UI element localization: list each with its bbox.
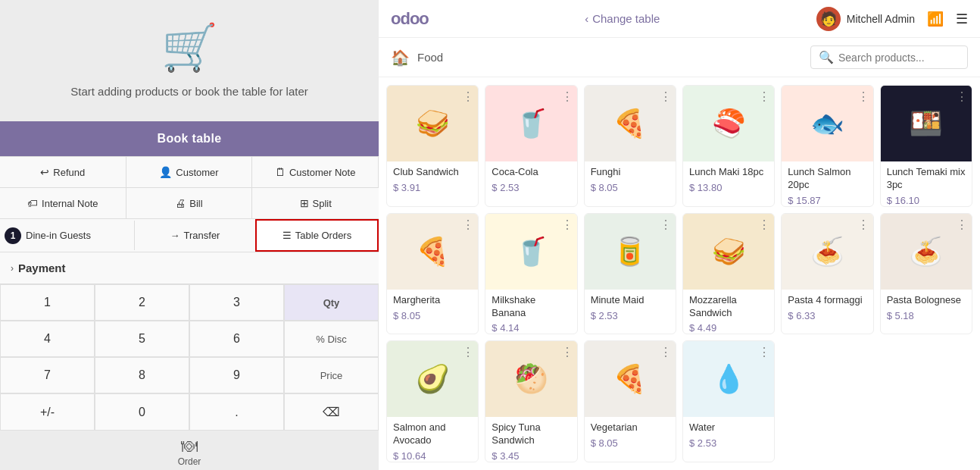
product-card[interactable]: 🍝 Pasta Bolognese $ 5.18 ⋮ xyxy=(880,213,972,335)
product-more-icon[interactable]: ⋮ xyxy=(660,89,672,104)
payment-row[interactable]: › Payment xyxy=(0,252,379,284)
product-price: $ 8.05 xyxy=(591,182,669,193)
product-name: Funghi xyxy=(591,166,669,179)
product-more-icon[interactable]: ⋮ xyxy=(462,89,474,104)
change-table-link[interactable]: ‹ Change table xyxy=(585,12,660,25)
product-more-icon[interactable]: ⋮ xyxy=(462,218,474,232)
product-price: $ 15.87 xyxy=(788,195,866,206)
internal-note-button[interactable]: 🏷 Internal Note xyxy=(0,188,126,219)
numpad-key-5[interactable]: 5 xyxy=(95,321,189,357)
product-more-icon[interactable]: ⋮ xyxy=(561,345,573,359)
bill-icon: 🖨 xyxy=(175,197,186,209)
product-card[interactable]: 🥪 Mozzarella Sandwich $ 4.49 ⋮ xyxy=(682,213,775,335)
product-price: $ 2.53 xyxy=(689,437,768,449)
numpad-key-7[interactable]: 7 xyxy=(0,357,95,393)
product-more-icon[interactable]: ⋮ xyxy=(857,218,869,232)
username: Mitchell Admin xyxy=(847,13,915,25)
product-card[interactable]: 🐟 Lunch Salmon 20pc $ 15.87 ⋮ xyxy=(781,85,873,207)
numpad-key-Qty[interactable]: Qty xyxy=(284,284,379,321)
product-grid: 🥪 Club Sandwich $ 3.91 ⋮ 🥤 Coca-Cola $ 2… xyxy=(379,77,980,470)
product-more-icon[interactable]: ⋮ xyxy=(462,345,474,359)
product-info: Pasta Bolognese $ 5.18 xyxy=(881,290,972,327)
product-price: $ 10.64 xyxy=(393,450,472,462)
refund-button[interactable]: ↩ Refund xyxy=(0,157,126,188)
breadcrumb-bar: 🏠 Food 🔍 xyxy=(379,38,980,77)
numpad-key-[interactable]: ⌫ xyxy=(284,393,379,431)
table-orders-button[interactable]: ☰ Table Orders xyxy=(255,219,379,252)
product-card[interactable]: 🥙 Spicy Tuna Sandwich $ 3.45 ⋮ xyxy=(485,340,577,462)
dine-in-label: Dine-in Guests xyxy=(26,221,134,250)
customer-icon: 👤 xyxy=(159,166,172,178)
order-section: 🍽 Order xyxy=(0,431,379,470)
numpad-key-3[interactable]: 3 xyxy=(189,284,284,321)
product-name: Milkshake Banana xyxy=(492,294,570,320)
product-more-icon[interactable]: ⋮ xyxy=(660,345,672,359)
numpad-key-[interactable]: +/- xyxy=(0,393,95,431)
product-info: Lunch Salmon 20pc $ 15.87 xyxy=(782,161,872,207)
product-name: Vegetarian xyxy=(591,421,669,434)
product-info: Club Sandwich $ 3.91 xyxy=(387,161,478,199)
product-more-icon[interactable]: ⋮ xyxy=(758,218,770,232)
numpad-key-Price[interactable]: Price xyxy=(284,357,379,393)
product-price: $ 4.49 xyxy=(689,322,768,334)
table-orders-icon: ☰ xyxy=(282,230,292,241)
internal-note-icon: 🏷 xyxy=(27,197,38,209)
product-price: $ 8.05 xyxy=(591,437,669,449)
product-card[interactable]: 💧 Water $ 2.53 ⋮ xyxy=(682,340,775,462)
top-bar: odoo ‹ Change table 🧑 Mitchell Admin 📶 ☰ xyxy=(379,0,980,38)
product-more-icon[interactable]: ⋮ xyxy=(857,89,869,104)
product-name: Salmon and Avocado xyxy=(393,421,472,447)
numpad-key-4[interactable]: 4 xyxy=(0,321,95,357)
book-table-button[interactable]: Book table xyxy=(0,121,379,156)
product-more-icon[interactable]: ⋮ xyxy=(758,89,770,104)
user-avatar: 🧑 xyxy=(816,7,841,31)
numpad-key-8[interactable]: 8 xyxy=(95,357,189,393)
product-card[interactable]: 🍣 Lunch Maki 18pc $ 13.80 ⋮ xyxy=(682,85,775,207)
search-box[interactable]: 🔍 xyxy=(810,45,968,69)
product-name: Pasta 4 formaggi xyxy=(788,294,866,307)
product-card[interactable]: 🍕 Margherita $ 8.05 ⋮ xyxy=(386,213,479,335)
customer-note-button[interactable]: 🗒 Customer Note xyxy=(252,157,379,188)
search-input[interactable] xyxy=(838,52,960,64)
numpad-key-1[interactable]: 1 xyxy=(0,284,95,321)
product-more-icon[interactable]: ⋮ xyxy=(956,89,968,104)
numpad-key-0[interactable]: 0 xyxy=(95,393,189,431)
numpad-key-[interactable]: . xyxy=(189,393,284,431)
product-name: Pasta Bolognese xyxy=(887,294,966,307)
product-price: $ 4.14 xyxy=(492,322,570,334)
product-card[interactable]: 🍝 Pasta 4 formaggi $ 6.33 ⋮ xyxy=(781,213,873,335)
product-card[interactable]: 🍱 Lunch Temaki mix 3pc $ 16.10 ⋮ xyxy=(880,85,972,207)
product-card[interactable]: 🥫 Minute Maid $ 2.53 ⋮ xyxy=(584,213,676,335)
product-more-icon[interactable]: ⋮ xyxy=(660,218,672,232)
product-more-icon[interactable]: ⋮ xyxy=(561,218,573,232)
product-card[interactable]: 🍕 Funghi $ 8.05 ⋮ xyxy=(584,85,676,207)
numpad-key-6[interactable]: 6 xyxy=(189,321,284,357)
customer-button[interactable]: 👤 Customer xyxy=(126,157,253,188)
odoo-logo: odoo xyxy=(391,9,429,29)
numpad-key-9[interactable]: 9 xyxy=(189,357,284,393)
product-card[interactable]: 🍕 Vegetarian $ 8.05 ⋮ xyxy=(584,340,676,462)
hamburger-menu-icon[interactable]: ☰ xyxy=(956,11,968,27)
numpad-key-2[interactable]: 2 xyxy=(95,284,189,321)
bill-button[interactable]: 🖨 Bill xyxy=(126,188,253,219)
product-price: $ 5.18 xyxy=(887,310,966,321)
product-more-icon[interactable]: ⋮ xyxy=(758,345,770,359)
product-more-icon[interactable]: ⋮ xyxy=(956,218,968,232)
numpad-key-Disc[interactable]: % Disc xyxy=(284,321,379,357)
product-price: $ 3.91 xyxy=(393,182,472,193)
product-name: Coca-Cola xyxy=(492,166,570,179)
product-more-icon[interactable]: ⋮ xyxy=(561,89,573,104)
search-icon: 🔍 xyxy=(819,50,834,64)
product-card[interactable]: 🥤 Coca-Cola $ 2.53 ⋮ xyxy=(485,85,577,207)
product-card[interactable]: 🥑 Salmon and Avocado $ 10.64 ⋮ xyxy=(386,340,479,462)
product-card[interactable]: 🥤 Milkshake Banana $ 4.14 ⋮ xyxy=(485,213,577,335)
product-price: $ 13.80 xyxy=(689,182,768,193)
empty-cart-area: 🛒 Start adding products or book the tabl… xyxy=(0,0,379,121)
transfer-button[interactable]: → Transfer xyxy=(134,221,255,250)
product-info: Milkshake Banana $ 4.14 xyxy=(485,290,576,335)
product-info: Margherita $ 8.05 xyxy=(387,290,478,327)
split-button[interactable]: ⊞ Split xyxy=(252,188,379,219)
product-info: Lunch Maki 18pc $ 13.80 xyxy=(683,161,774,199)
home-icon[interactable]: 🏠 xyxy=(391,49,410,67)
product-card[interactable]: 🥪 Club Sandwich $ 3.91 ⋮ xyxy=(386,85,479,207)
